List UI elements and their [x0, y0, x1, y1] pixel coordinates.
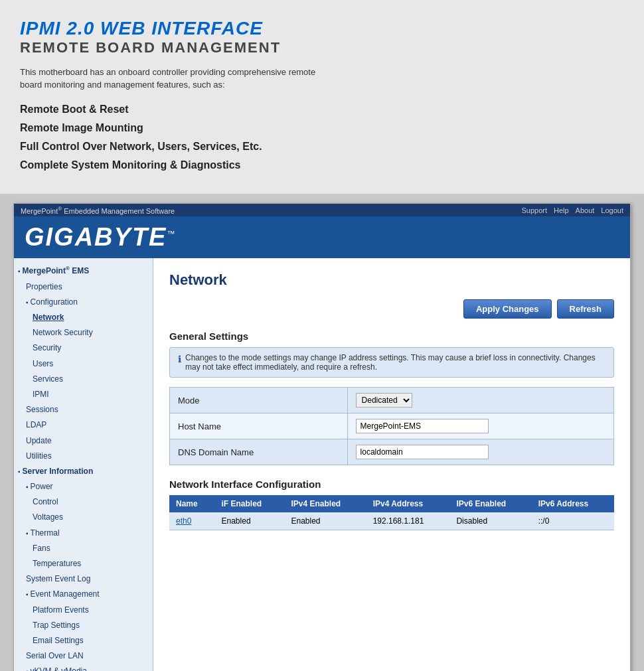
settings-row-dns: DNS Domain Name — [170, 439, 614, 465]
mode-value: Dedicated Shared Failover — [347, 388, 613, 413]
sidebar-item-vkvm-vmedia[interactable]: ▪vKVM & vMedia — [14, 664, 153, 671]
net-interface-title: Network Interface Configuration — [169, 479, 614, 490]
action-buttons: Apply Changes Refresh — [169, 299, 614, 319]
sidebar-item-thermal[interactable]: ▪Thermal — [14, 526, 153, 541]
brand-name: MergePoint — [21, 206, 58, 214]
hostname-label: Host Name — [170, 413, 348, 439]
sidebar-item-system-event-log[interactable]: System Event Log — [14, 571, 153, 587]
bullet-icon: ▪ — [26, 668, 29, 671]
gigabyte-logo: GIGABYTE™ — [25, 223, 176, 252]
network-interface-table: Name iF Enabled IPv4 Enabled IPv4 Addres… — [169, 495, 614, 530]
top-bar: MergePoint® Embedded Management Software… — [14, 204, 630, 217]
about-link[interactable]: About — [576, 206, 595, 214]
sidebar-item-sessions[interactable]: Sessions — [14, 402, 153, 417]
sidebar-item-control[interactable]: Control — [14, 494, 153, 510]
intro-title-ipmi: IPMI 2.0 WEB INTERFACE — [20, 19, 624, 39]
col-ipv4-enabled: IPv4 Enabled — [284, 495, 366, 512]
general-settings-title: General Settings — [169, 331, 614, 342]
info-box: ℹ Changes to the mode settings may chang… — [169, 347, 614, 378]
main-layout: ▪MergePoint® EMS Properties ▪Configurati… — [14, 258, 630, 671]
support-link[interactable]: Support — [521, 206, 547, 214]
net-table-header-row: Name iF Enabled IPv4 Enabled IPv4 Addres… — [169, 495, 614, 512]
col-if-enabled: iF Enabled — [215, 495, 285, 512]
cell-ipv4-address: 192.168.1.181 — [366, 512, 450, 530]
ipmi-container: MergePoint® Embedded Management Software… — [13, 203, 631, 671]
settings-row-mode: Mode Dedicated Shared Failover — [170, 388, 614, 413]
sidebar-item-security[interactable]: Security — [14, 340, 153, 356]
col-ipv6-address: IPv6 Address — [532, 495, 614, 512]
cell-ipv6-enabled: Disabled — [449, 512, 531, 530]
dns-value — [347, 439, 613, 465]
intro-section: IPMI 2.0 WEB INTERFACE REMOTE BOARD MANA… — [0, 0, 644, 194]
hostname-input[interactable] — [356, 419, 489, 433]
table-row: eth0 Enabled Enabled 192.168.1.181 Disab… — [169, 512, 614, 530]
sidebar-item-configuration[interactable]: ▪Configuration — [14, 295, 153, 310]
sidebar-item-network[interactable]: Network — [14, 310, 153, 325]
info-text: Changes to the mode settings may change … — [185, 353, 605, 372]
gigabyte-tm: ™ — [167, 230, 176, 239]
apply-changes-button[interactable]: Apply Changes — [463, 299, 552, 319]
sidebar-item-update[interactable]: Update — [14, 433, 153, 449]
dns-input[interactable] — [356, 445, 489, 459]
eth0-link[interactable]: eth0 — [176, 516, 191, 526]
dns-label: DNS Domain Name — [170, 439, 348, 465]
sidebar-item-ipmi[interactable]: IPMI — [14, 387, 153, 402]
settings-table: Mode Dedicated Shared Failover Host Name — [169, 387, 614, 465]
intro-description: This motherboard has an onboard controll… — [20, 66, 339, 92]
cell-ipv4-enabled: Enabled — [284, 512, 366, 530]
col-ipv6-enabled: IPv6 Enabled — [449, 495, 531, 512]
header-logo: GIGABYTE™ — [14, 216, 630, 258]
hostname-value — [347, 413, 613, 439]
info-icon: ℹ — [178, 354, 181, 364]
sidebar-item-temperatures[interactable]: Temperatures — [14, 556, 153, 571]
sidebar-item-power[interactable]: ▪Power — [14, 479, 153, 494]
bullet-icon: ▪ — [26, 483, 29, 490]
sidebar-item-event-management[interactable]: ▪Event Management — [14, 587, 153, 602]
top-bar-links: Support Help About Logout — [521, 206, 623, 214]
bullet-icon: ▪ — [18, 267, 21, 275]
intro-title-remote: REMOTE BOARD MANAGEMENT — [20, 39, 624, 56]
sidebar-item-mergepoint-ems[interactable]: ▪MergePoint® EMS — [14, 263, 153, 279]
sidebar: ▪MergePoint® EMS Properties ▪Configurati… — [14, 258, 153, 671]
page-title: Network — [169, 271, 614, 289]
sidebar-item-utilities[interactable]: Utilities — [14, 449, 153, 464]
sidebar-item-properties[interactable]: Properties — [14, 279, 153, 295]
sidebar-item-email-settings[interactable]: Email Settings — [14, 633, 153, 648]
sidebar-item-network-security[interactable]: Network Security — [14, 325, 153, 340]
bullet-icon: ▪ — [26, 530, 29, 537]
mode-select[interactable]: Dedicated Shared Failover — [356, 393, 412, 408]
feature-4: Complete System Monitoring & Diagnostics — [20, 159, 624, 171]
help-link[interactable]: Help — [554, 206, 569, 214]
sidebar-item-ldap[interactable]: LDAP — [14, 417, 153, 433]
content-area: Network Apply Changes Refresh General Se… — [153, 258, 630, 671]
cell-name: eth0 — [169, 512, 215, 530]
cell-ipv6-address: ::/0 — [532, 512, 614, 530]
col-name: Name — [169, 495, 215, 512]
sidebar-item-trap-settings[interactable]: Trap Settings — [14, 618, 153, 633]
feature-3: Full Control Over Network, Users, Servic… — [20, 141, 624, 153]
bullet-icon: ▪ — [26, 299, 29, 306]
feature-1: Remote Boot & Reset — [20, 104, 624, 115]
settings-row-hostname: Host Name — [170, 413, 614, 439]
top-bar-brand: MergePoint® Embedded Management Software — [21, 206, 175, 215]
sidebar-item-server-information[interactable]: ▪Server Information — [14, 464, 153, 479]
cell-if-enabled: Enabled — [215, 512, 285, 530]
sidebar-item-services[interactable]: Services — [14, 372, 153, 387]
bullet-icon: ▪ — [26, 591, 29, 598]
col-ipv4-address: IPv4 Address — [366, 495, 450, 512]
sidebar-item-serial-over-lan[interactable]: Serial Over LAN — [14, 648, 153, 664]
sidebar-item-users[interactable]: Users — [14, 356, 153, 372]
feature-2: Remote Image Mounting — [20, 122, 624, 134]
logout-link[interactable]: Logout — [601, 206, 623, 214]
refresh-button[interactable]: Refresh — [557, 299, 614, 319]
sidebar-item-platform-events[interactable]: Platform Events — [14, 603, 153, 618]
mode-label: Mode — [170, 388, 348, 413]
intro-features: Remote Boot & Reset Remote Image Mountin… — [20, 104, 624, 171]
sidebar-item-voltages[interactable]: Voltages — [14, 510, 153, 525]
sidebar-item-fans[interactable]: Fans — [14, 541, 153, 556]
bullet-icon: ▪ — [18, 468, 21, 475]
